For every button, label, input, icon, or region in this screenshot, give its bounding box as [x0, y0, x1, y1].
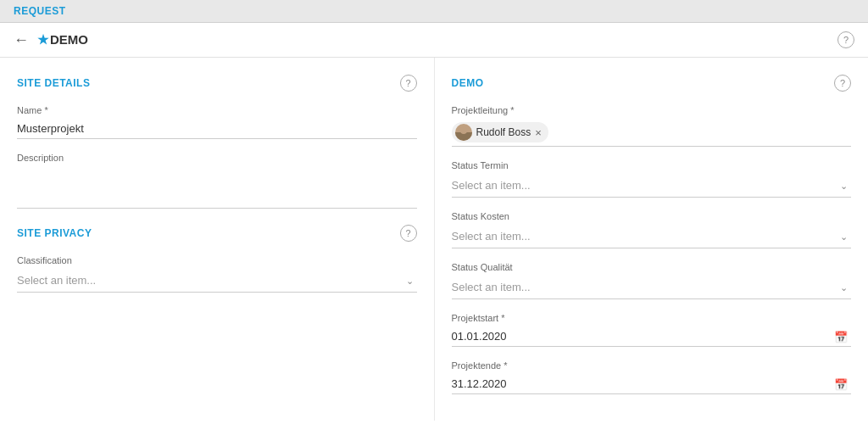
site-privacy-title: SITE PRIVACY — [17, 227, 92, 239]
status-kosten-label: Status Kosten — [452, 211, 852, 221]
user-tag-rudolf: Rudolf Boss × — [452, 122, 548, 142]
name-field-group: Name * — [17, 105, 417, 139]
name-input[interactable] — [17, 119, 417, 139]
status-termin-field-group: Status Termin Select an item... ⌄ — [452, 160, 852, 198]
projektende-date-wrapper: 📅 — [452, 374, 852, 394]
left-panel: SITE DETAILS ? Name * Description SITE P… — [0, 58, 435, 421]
projektleitung-field-group: Projektleitung * Rudolf Boss × — [452, 105, 852, 147]
site-details-help-icon[interactable]: ? — [400, 75, 417, 92]
demo-title: DEMO — [452, 77, 484, 89]
header-left: ← ★DEMO — [14, 32, 88, 47]
site-privacy-help-icon[interactable]: ? — [400, 225, 417, 242]
star-icon: ★ — [37, 32, 48, 47]
status-termin-label: Status Termin — [452, 160, 852, 170]
avatar — [455, 124, 472, 141]
projektstart-input[interactable] — [452, 326, 852, 347]
classification-label: Classification — [17, 255, 417, 265]
status-kosten-select-wrapper: Select an item... ⌄ — [452, 225, 852, 248]
classification-select-wrapper: Select an item... ⌄ — [17, 269, 417, 293]
status-kosten-field-group: Status Kosten Select an item... ⌄ — [452, 211, 852, 248]
site-details-title: SITE DETAILS — [17, 77, 90, 89]
site-privacy-section-header: SITE PRIVACY ? — [17, 225, 417, 242]
projektende-input[interactable] — [452, 374, 852, 394]
right-panel: DEMO ? Projektleitung * Rudolf Boss × St… — [435, 58, 869, 421]
top-bar-label: REQUEST — [14, 5, 66, 17]
status-kosten-select[interactable]: Select an item... — [452, 225, 852, 248]
projektstart-field-group: Projektstart * 📅 — [452, 313, 852, 347]
user-name: Rudolf Boss — [476, 126, 531, 138]
demo-help-icon[interactable]: ? — [834, 75, 851, 92]
projektstart-label: Projektstart * — [452, 313, 852, 323]
status-termin-select-wrapper: Select an item... ⌄ — [452, 174, 852, 198]
projektleitung-label: Projektleitung * — [452, 105, 852, 115]
header-bar: ← ★DEMO ? — [0, 23, 868, 58]
header-help-icon[interactable]: ? — [837, 31, 854, 48]
top-bar: REQUEST — [0, 0, 868, 23]
status-qualitaet-label: Status Qualität — [452, 262, 852, 272]
projektleitung-tag-container: Rudolf Boss × — [452, 119, 852, 147]
user-tag-close-icon[interactable]: × — [535, 127, 542, 138]
demo-section-header: DEMO ? — [452, 75, 852, 92]
main-content: SITE DETAILS ? Name * Description SITE P… — [0, 58, 868, 421]
name-label: Name * — [17, 105, 417, 115]
projektende-field-group: Projektende * 📅 — [452, 360, 852, 394]
description-textarea[interactable] — [17, 166, 417, 209]
status-qualitaet-select[interactable]: Select an item... — [452, 276, 852, 299]
status-qualitaet-select-wrapper: Select an item... ⌄ — [452, 276, 852, 299]
site-details-section-header: SITE DETAILS ? — [17, 75, 417, 92]
description-field-group: Description — [17, 153, 417, 211]
back-button[interactable]: ← — [14, 32, 29, 47]
description-label: Description — [17, 153, 417, 163]
projektende-label: Projektende * — [452, 360, 852, 371]
classification-select[interactable]: Select an item... — [17, 269, 417, 293]
status-termin-select[interactable]: Select an item... — [452, 174, 852, 198]
classification-field-group: Classification Select an item... ⌄ — [17, 255, 417, 293]
status-qualitaet-field-group: Status Qualität Select an item... ⌄ — [452, 262, 852, 299]
header-title: ★DEMO — [37, 32, 88, 47]
projektstart-date-wrapper: 📅 — [452, 326, 852, 347]
